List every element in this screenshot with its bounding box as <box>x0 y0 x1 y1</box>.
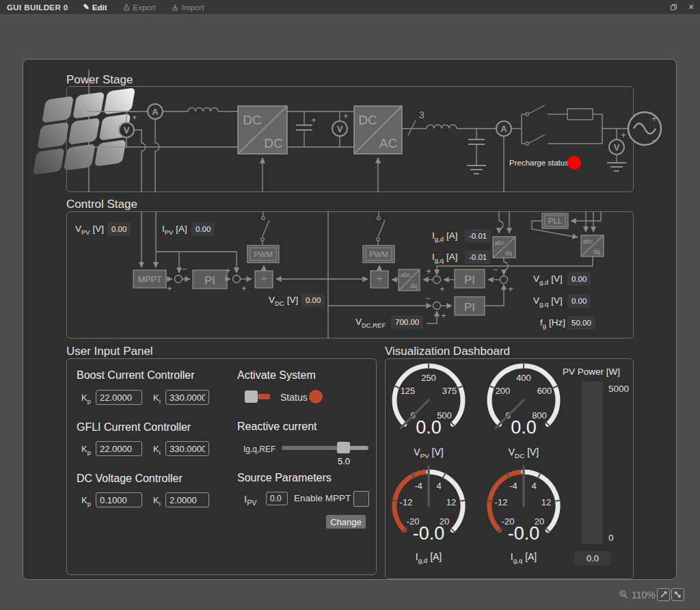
grid-ammeter: A <box>496 121 511 192</box>
dcv-kp-input[interactable] <box>96 492 142 507</box>
slider-track-left[interactable] <box>282 446 343 450</box>
svg-text:PI: PI <box>464 274 475 287</box>
gfli-ki-label: Ki <box>153 444 161 454</box>
menu-export[interactable]: Export <box>122 3 156 12</box>
vdcref-readout-value: 700.00 <box>391 315 423 329</box>
svg-text:200: 200 <box>496 386 511 396</box>
pv-power-title: PV Power [W] <box>547 367 636 377</box>
menu-export-label: Export <box>133 3 156 12</box>
svg-text:dq: dq <box>410 282 417 289</box>
dc-dc-converter: DC DC <box>238 106 287 192</box>
menu-import-label: Import <box>182 3 204 12</box>
vpv-readout-value: 0.00 <box>107 222 131 236</box>
dcv-kp-label: Kp <box>81 495 91 505</box>
activate-system-header: Activate System <box>237 369 316 382</box>
precharge-status: Precharge status <box>509 156 581 170</box>
reactive-current-header: Reactive current <box>237 421 317 433</box>
gfli-controller-header: GFLI Current Controller <box>77 421 191 434</box>
enable-mppt-label: Enable MPPT <box>294 493 351 503</box>
svg-text:V: V <box>614 142 620 152</box>
svg-text:-4: -4 <box>509 481 517 491</box>
import-icon <box>171 3 179 12</box>
slider-knob[interactable] <box>337 442 350 453</box>
precharge-breaker <box>522 105 628 145</box>
dc-link-voltmeter: V + <box>332 111 349 147</box>
igqref-value: 5.0 <box>338 456 350 466</box>
titlebar: GUI BUILDER 0 ✎ Edit Export Import <box>0 0 700 15</box>
svg-text:+: + <box>226 266 230 276</box>
svg-text:0.0: 0.0 <box>416 417 442 438</box>
svg-text:DC: DC <box>264 136 282 150</box>
svg-text:-0.0: -0.0 <box>413 523 445 544</box>
svg-text:+: + <box>508 284 513 294</box>
svg-text:AC: AC <box>379 136 397 150</box>
igd-gauge-label: Ig,d [A] <box>386 551 471 562</box>
boost-ki-input[interactable] <box>165 390 209 405</box>
boost-ki-label: Ki <box>153 393 161 403</box>
vpv-gauge-label: VPV [V] <box>386 447 471 458</box>
restore-icon <box>670 3 677 11</box>
toggle-knob[interactable] <box>245 390 258 403</box>
svg-text:+: + <box>241 284 246 293</box>
close-icon: ✕ <box>688 3 694 12</box>
svg-text:+: + <box>440 284 444 294</box>
gui-builder-window: GUI BUILDER 0 ✎ Edit Export Import <box>0 0 700 610</box>
status-led <box>309 390 323 403</box>
igq-gauge-label: Ig,q [A] <box>481 551 566 562</box>
svg-text:600: 600 <box>537 386 552 396</box>
pencil-icon: ✎ <box>83 3 90 12</box>
power-stage-title: Power Stage <box>66 73 133 87</box>
svg-text:PLL: PLL <box>548 217 563 225</box>
scale-mode-button[interactable] <box>657 588 670 601</box>
gfli-kp-label: Kp <box>81 444 91 454</box>
user-input-title: User Input Panel <box>66 345 153 358</box>
ipv-input[interactable] <box>266 492 288 505</box>
status-label: Status <box>280 392 308 403</box>
boost-kp-label: Kp <box>81 393 91 403</box>
svg-text:0.0: 0.0 <box>511 417 537 438</box>
close-button[interactable]: ✕ <box>682 0 700 15</box>
svg-text:+: + <box>311 116 316 125</box>
dcv-ki-input[interactable] <box>165 492 209 507</box>
svg-text:3: 3 <box>419 109 425 120</box>
fit-window-button[interactable] <box>671 588 684 601</box>
fg-readout-value: 50.00 <box>567 316 595 330</box>
pv-power-value: 0.0 <box>574 551 611 566</box>
restore-button[interactable] <box>664 0 682 15</box>
igd-readout-label: Ig,d[A] <box>432 230 457 241</box>
svg-text:+: + <box>426 267 431 276</box>
svg-text:PWM: PWM <box>369 250 388 258</box>
precharge-resistor <box>567 109 593 120</box>
power-stage-diagram: V + A DC DC + V + <box>66 86 634 192</box>
fg-readout-label: fg[Hz] <box>540 317 565 328</box>
vgq-readout-value: 0.00 <box>567 294 591 308</box>
change-button[interactable]: Change <box>326 515 366 529</box>
svg-text:÷: ÷ <box>377 273 382 284</box>
enable-mppt-checkbox[interactable] <box>353 491 369 507</box>
source-parameters-header: Source Parameters <box>237 472 332 484</box>
gfli-ki-input[interactable] <box>165 441 209 456</box>
pll-branch: PLL abc dq <box>532 211 604 256</box>
igq-readout-label: Ig,q[A] <box>432 252 457 262</box>
menu-edit[interactable]: ✎ Edit <box>83 3 107 12</box>
igq-gauge: -20 -12 -4 4 12 20 -0.0 <box>481 465 566 550</box>
grid-voltmeter: V + <box>607 129 626 171</box>
svg-text:−: − <box>182 265 187 274</box>
svg-text:abc: abc <box>401 271 411 278</box>
svg-text:375: 375 <box>442 386 457 396</box>
svg-text:PI: PI <box>464 301 475 314</box>
vgd-readout-label: Vg,d[V] <box>533 274 563 284</box>
svg-text:Precharge status: Precharge status <box>509 159 569 167</box>
menu-import[interactable]: Import <box>171 3 204 12</box>
svg-text:+: + <box>621 131 625 140</box>
svg-text:400: 400 <box>516 373 531 383</box>
svg-text:A: A <box>152 107 159 117</box>
svg-text:12: 12 <box>446 497 456 507</box>
svg-text:4: 4 <box>436 481 441 491</box>
gfli-kp-input[interactable] <box>96 441 142 456</box>
boost-kp-input[interactable] <box>96 390 142 405</box>
boost-controller-header: Boost Current Controller <box>77 369 195 382</box>
resize-arrow-icon <box>674 591 682 598</box>
svg-text:DC: DC <box>358 113 377 127</box>
vdc-gauge-label: VDC [V] <box>481 447 566 458</box>
